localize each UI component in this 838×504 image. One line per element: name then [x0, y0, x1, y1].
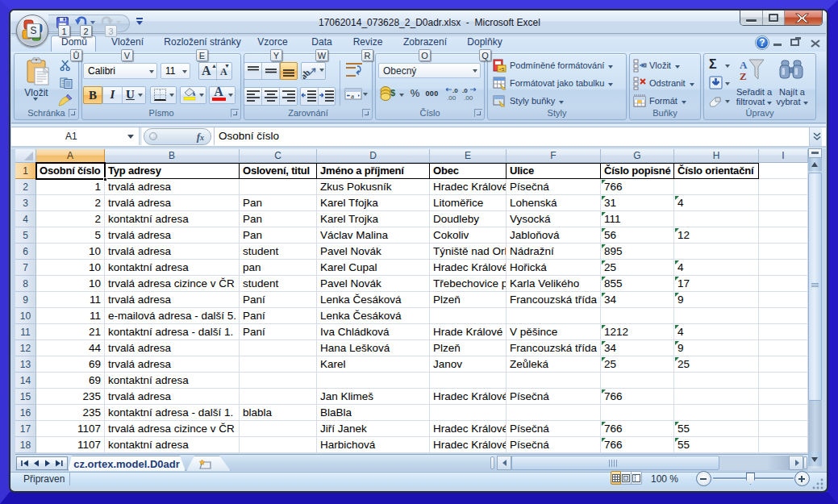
svg-text:.00: .00 — [447, 94, 457, 102]
svg-text:Z: Z — [740, 70, 747, 82]
svg-text:a: a — [351, 92, 354, 100]
svg-text:<5: <5 — [499, 67, 506, 72]
svg-text:A: A — [740, 59, 748, 71]
svg-text:$: $ — [390, 88, 395, 98]
svg-text:.00: .00 — [464, 94, 473, 102]
svg-text:.0: .0 — [452, 87, 458, 94]
svg-text:.0: .0 — [462, 87, 468, 94]
